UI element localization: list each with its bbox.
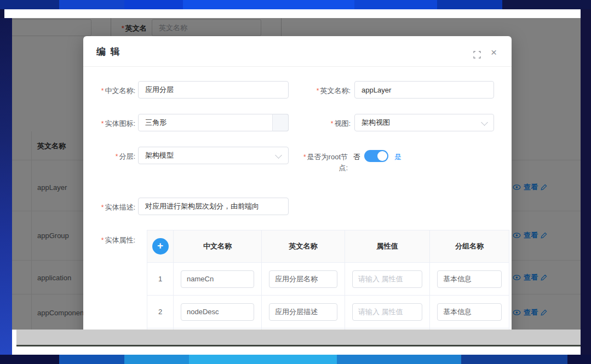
attribute-row: 1: [147, 262, 509, 295]
entity-icon-input[interactable]: [138, 114, 289, 131]
app-window: *英文名 英文名称 appLayer appGroup application …: [4, 9, 581, 355]
toggle-knob: [377, 151, 387, 161]
edit-dialog: 编 辑 × *中文名称: *英文名称: *实体图标: *视图: *分层: [83, 36, 512, 345]
entity-icon-label: *实体图标:: [83, 119, 135, 129]
is-root-label: *是否为root节点:: [302, 152, 348, 174]
entity-desc-label: *实体描述:: [83, 203, 135, 212]
required-mark: *: [101, 236, 104, 244]
close-icon[interactable]: ×: [491, 47, 497, 57]
attr-value-input[interactable]: [352, 270, 422, 288]
required-mark: *: [116, 153, 118, 160]
add-attribute-button[interactable]: +: [152, 238, 169, 255]
dialog-header-divider: [83, 66, 512, 67]
header-col-group: 分组名称: [430, 230, 509, 262]
name-en-input[interactable]: [354, 81, 494, 99]
view-select[interactable]: [354, 114, 494, 131]
window-bottom-margin: [16, 346, 581, 355]
attr-group-input[interactable]: [437, 270, 502, 288]
name-en-label: *英文名称:: [291, 86, 351, 96]
icon-picker-addon[interactable]: [272, 114, 289, 131]
view-label: *视图:: [291, 119, 351, 129]
toggle-off-text: 否: [353, 152, 360, 162]
name-cn-label: *中文名称:: [83, 86, 135, 96]
name-cn-input[interactable]: [138, 81, 289, 99]
required-mark: *: [331, 120, 334, 128]
required-mark: *: [101, 120, 104, 128]
attributes-table-header: + 中文名称 英文名称 属性值 分组名称: [147, 230, 509, 262]
attr-cn-input[interactable]: [181, 270, 254, 288]
attr-en-input[interactable]: [269, 270, 337, 288]
entity-attrs-label: *实体属性:: [83, 235, 135, 245]
root-toggle[interactable]: [364, 150, 388, 162]
row-number: 1: [147, 263, 174, 295]
attr-en-input[interactable]: [269, 303, 337, 321]
required-mark: *: [101, 204, 104, 211]
required-mark: *: [317, 87, 319, 95]
decor-bottom-bar: [0, 355, 591, 364]
required-mark: *: [101, 87, 104, 95]
attr-cn-input[interactable]: [181, 303, 254, 321]
header-col-name-cn: 中文名称: [174, 230, 262, 262]
entity-desc-input[interactable]: [138, 198, 289, 215]
attributes-table: + 中文名称 英文名称 属性值 分组名称 1 2 3: [147, 230, 509, 345]
decor-right-column: [581, 0, 591, 364]
attr-value-input[interactable]: [352, 303, 422, 321]
layer-select[interactable]: [138, 147, 289, 164]
fullscreen-icon[interactable]: [473, 51, 481, 61]
decor-left-column: [0, 18, 12, 355]
row-number: 2: [147, 296, 174, 328]
decor-top-bar: [0, 0, 591, 9]
window-bottom-strip: [16, 330, 581, 345]
dialog-title: 编 辑: [96, 45, 121, 58]
required-mark: *: [303, 153, 306, 161]
attr-group-input[interactable]: [437, 303, 502, 321]
attribute-row: 2: [147, 295, 509, 328]
layer-label: *分层:: [83, 152, 135, 161]
header-col-name-en: 英文名称: [262, 230, 345, 262]
toggle-on-text: 是: [394, 152, 401, 162]
header-col-value: 属性值: [345, 230, 430, 262]
